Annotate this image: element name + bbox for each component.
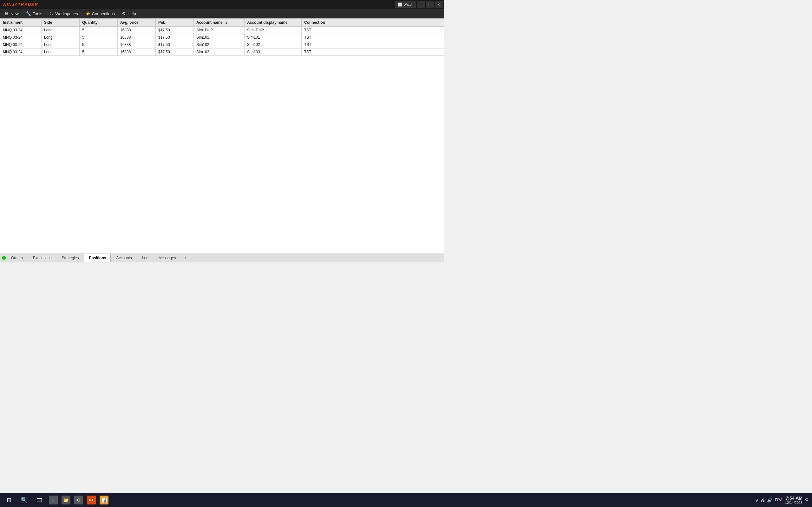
watch-icon: ⬜: [398, 3, 402, 7]
cell-connection: TST: [302, 49, 444, 56]
tab-label-orders: Orders: [11, 256, 23, 260]
cell-side: Long: [42, 26, 80, 34]
col-header-connection[interactable]: Connection: [302, 19, 444, 26]
table-header-row: Instrument Side Quantity Avg. price PnL …: [0, 19, 444, 26]
col-label-quantity: Quantity: [82, 20, 98, 25]
cell-instrument: MNQ 03-24: [0, 34, 42, 41]
tab-log[interactable]: Log: [137, 254, 153, 262]
menu-item-tools[interactable]: 🔧 Tools: [22, 9, 45, 18]
tab-label-strategies: Strategies: [61, 256, 79, 260]
cell-quantity: 5: [80, 41, 118, 49]
cell-side: Long: [42, 34, 80, 41]
menu-item-help[interactable]: ⚙ Help: [119, 9, 139, 18]
table-row: MNQ 03-24Long516838$17.50Sim102Sim102TST: [0, 41, 444, 49]
cell-avgprice: 16838: [118, 49, 156, 56]
cell-pnl: $17.50: [156, 41, 194, 49]
menu-item-workspaces[interactable]: 🗂 Workspaces: [46, 9, 81, 18]
menubar: 🖥 New 🔧 Tools 🗂 Workspaces ⚡ Connections…: [0, 9, 444, 18]
cell-account_name: Sim101: [194, 34, 245, 41]
col-label-avgprice: Avg. price: [120, 20, 139, 25]
restore-button[interactable]: ❐: [426, 1, 434, 8]
tab-messages[interactable]: Messages: [154, 254, 181, 262]
col-label-instrument: Instrument: [3, 20, 22, 25]
cell-instrument: MNQ 03-24: [0, 41, 42, 49]
new-icon: 🖥: [4, 11, 9, 16]
table-row: MNQ 03-24Long516838$17.50Sim_DUPSim_DUPT…: [0, 26, 444, 34]
cell-pnl: $17.50: [156, 26, 194, 34]
tools-icon: 🔧: [26, 11, 31, 16]
col-label-account-display: Account display name: [247, 20, 287, 25]
watch-button[interactable]: ⬜ Watch: [395, 1, 416, 8]
menu-label-connections: Connections: [92, 11, 115, 16]
table-header: Instrument Side Quantity Avg. price PnL …: [0, 19, 444, 26]
tab-positions[interactable]: Positions: [84, 254, 111, 262]
titlebar-controls: ⬜ Watch — ❐ ✕: [395, 1, 443, 8]
positions-table: Instrument Side Quantity Avg. price PnL …: [0, 18, 444, 56]
menu-label-workspaces: Workspaces: [55, 11, 78, 16]
cell-quantity: 5: [80, 49, 118, 56]
cell-avgprice: 16838: [118, 41, 156, 49]
col-label-pnl: PnL: [158, 20, 165, 25]
tab-label-accounts: Accounts: [116, 256, 132, 260]
menu-label-new: New: [10, 11, 19, 16]
sort-arrow-account-name: ▲: [225, 21, 228, 24]
menu-item-connections[interactable]: ⚡ Connections: [82, 9, 118, 18]
cell-avgprice: 16838: [118, 34, 156, 41]
app-logo: NINJATRADER: [1, 2, 40, 7]
table-row: MNQ 03-24Long516838$17.50Sim101Sim101TST: [0, 34, 444, 41]
col-label-connection: Connection: [304, 20, 325, 25]
tab-label-positions: Positions: [89, 256, 106, 260]
tab-accounts[interactable]: Accounts: [111, 254, 136, 262]
cell-connection: TST: [302, 41, 444, 49]
cell-account_display: Sim103: [245, 49, 302, 56]
col-header-avgprice[interactable]: Avg. price: [118, 19, 156, 26]
col-header-account-name[interactable]: Account name ▲: [194, 19, 245, 26]
cell-account_name: Sim102: [194, 41, 245, 49]
col-header-side[interactable]: Side: [42, 19, 80, 26]
tab-add-button[interactable]: +: [182, 256, 189, 261]
titlebar: NINJATRADER ⬜ Watch — ❐ ✕: [0, 0, 444, 9]
cell-account_name: Sim_DUP: [194, 26, 245, 34]
tab-label-log: Log: [142, 256, 148, 260]
cell-side: Long: [42, 41, 80, 49]
watch-label: Watch: [403, 3, 413, 6]
menu-label-tools: Tools: [33, 11, 42, 16]
table-body: MNQ 03-24Long516838$17.50Sim_DUPSim_DUPT…: [0, 26, 444, 56]
cell-account_display: Sim_DUP: [245, 26, 302, 34]
col-header-instrument[interactable]: Instrument: [0, 19, 42, 26]
cell-quantity: 5: [80, 34, 118, 41]
col-header-quantity[interactable]: Quantity: [80, 19, 118, 26]
tab-label-executions: Executions: [33, 256, 52, 260]
cell-account_display: Sim102: [245, 41, 302, 49]
menu-item-new[interactable]: 🖥 New: [1, 9, 22, 18]
cell-connection: TST: [302, 26, 444, 34]
cell-account_display: Sim101: [245, 34, 302, 41]
menu-label-help: Help: [128, 11, 136, 16]
cell-connection: TST: [302, 34, 444, 41]
tab-strategies[interactable]: Strategies: [57, 254, 84, 262]
cell-instrument: MNQ 03-24: [0, 26, 42, 34]
titlebar-left: NINJATRADER: [1, 2, 40, 7]
col-label-side: Side: [44, 20, 52, 25]
cell-pnl: $17.50: [156, 34, 194, 41]
close-button[interactable]: ✕: [435, 1, 443, 8]
col-header-pnl[interactable]: PnL: [156, 19, 194, 26]
cell-side: Long: [42, 49, 80, 56]
cell-pnl: $17.50: [156, 49, 194, 56]
col-header-account-display[interactable]: Account display name: [245, 19, 302, 26]
tab-orders[interactable]: Orders: [6, 254, 28, 262]
main-content: Instrument Side Quantity Avg. price PnL …: [0, 18, 444, 253]
cell-quantity: 5: [80, 26, 118, 34]
connection-status-indicator: [2, 256, 6, 260]
cell-instrument: MNQ 03-24: [0, 49, 42, 56]
bottom-tabs: Orders Executions Strategies Positions A…: [0, 253, 444, 262]
tab-executions[interactable]: Executions: [28, 254, 56, 262]
col-label-account-name: Account name: [196, 20, 223, 25]
table-row: MNQ 03-24Long516838$17.50Sim103Sim103TST: [0, 49, 444, 56]
minimize-button[interactable]: —: [417, 1, 425, 8]
connections-icon: ⚡: [85, 11, 90, 16]
workspaces-icon: 🗂: [49, 11, 54, 16]
cell-avgprice: 16838: [118, 26, 156, 34]
help-icon: ⚙: [122, 11, 126, 16]
cell-account_name: Sim103: [194, 49, 245, 56]
